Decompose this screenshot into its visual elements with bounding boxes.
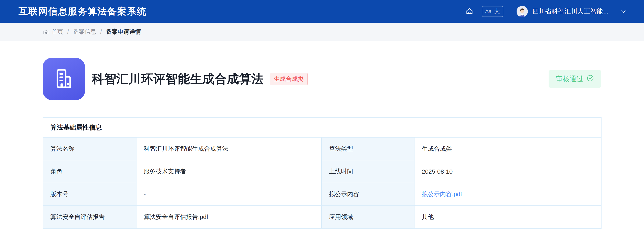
algorithm-title: 科智汇川环评智能生成合成算法 [92,71,264,87]
table-section-row: 算法基础属性信息 [43,118,601,137]
breadcrumb-separator: / [100,28,102,35]
breadcrumb-separator: / [67,28,69,35]
breadcrumb-item-current: 备案申请详情 [106,28,141,36]
font-size-button[interactable]: Aa 大 [482,6,503,17]
check-circle-icon [586,74,594,84]
table-row: 版本号 - 拟公示内容 拟公示内容.pdf [43,183,601,206]
field-value: 拟公示内容.pdf [414,183,601,206]
building-icon [52,66,76,92]
breadcrumb-item-filing-info[interactable]: 备案信息 [73,28,96,36]
field-label: 上线时间 [322,160,414,183]
username[interactable]: 四川省科智汇川人工智能... [532,7,608,16]
algorithm-info-table: 算法基础属性信息 算法名称 科智汇川环评智能生成合成算法 算法类型 生成合成类 … [43,118,602,228]
app-title: 互联网信息服务算法备案系统 [18,5,147,18]
avatar[interactable] [516,6,528,17]
public-content-pdf-link[interactable]: 拟公示内容.pdf [422,191,462,197]
algorithm-app-icon [43,58,85,100]
field-value: 2025-08-10 [414,160,601,183]
font-size-small-label: Aa [485,8,492,14]
table-row: 角色 服务技术支持者 上线时间 2025-08-10 [43,160,601,183]
field-label: 拟公示内容 [322,183,414,206]
field-value: 生成合成类 [414,137,601,160]
table-row: 算法安全自评估报告 算法安全自评估报告.pdf 应用领域 其他 [43,206,601,228]
app-header: 互联网信息服务算法备案系统 Aa 大 四川省科智汇川人工智 [0,0,644,23]
header-actions: Aa 大 四川省科智汇川人工智能... [465,6,627,17]
field-value: 算法安全自评估报告.pdf [136,206,322,228]
breadcrumb-home-icon[interactable] [43,28,49,35]
field-label: 应用领域 [322,206,414,228]
chevron-down-icon[interactable] [620,8,627,15]
field-label: 版本号 [43,183,136,206]
algorithm-type-badge: 生成合成类 [270,73,308,86]
algorithm-hero: 科智汇川环评智能生成合成算法 生成合成类 审核通过 [43,58,601,100]
breadcrumb: 首页 / 备案信息 / 备案申请详情 [0,23,644,41]
home-icon [466,7,474,16]
field-value: 其他 [414,206,601,228]
field-value: - [136,183,322,206]
table-section-title: 算法基础属性信息 [43,118,601,137]
table-row: 算法名称 科智汇川环评智能生成合成算法 算法类型 生成合成类 [43,137,601,160]
status-badge-label: 审核通过 [556,74,583,84]
field-label: 算法名称 [43,137,136,160]
status-badge: 审核通过 [548,70,601,88]
font-size-large-label: 大 [494,7,500,16]
field-value: 科智汇川环评智能生成合成算法 [136,137,322,160]
field-label: 算法类型 [322,137,414,160]
breadcrumb-item-home[interactable]: 首页 [52,28,63,36]
field-value: 服务技术支持者 [136,160,322,183]
home-button[interactable] [465,7,474,16]
field-label: 角色 [43,160,136,183]
field-label: 算法安全自评估报告 [43,206,136,228]
